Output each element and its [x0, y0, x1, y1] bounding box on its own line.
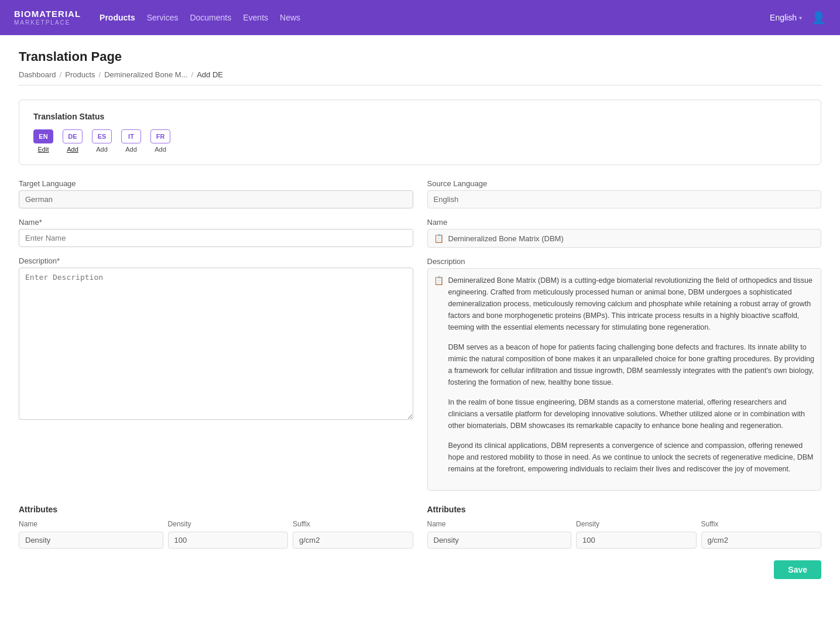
source-attr-title: Attributes [427, 505, 822, 514]
source-name-row: 📋 Demineralized Bone Matrix (DBM) [427, 229, 822, 248]
target-attributes-col: Attributes Name Density Suffix [19, 505, 413, 549]
nav-events[interactable]: Events [243, 11, 268, 25]
lang-badge-de[interactable]: DE [63, 129, 83, 143]
source-desc-para2: DBM serves as a beacon of hope for patie… [448, 341, 815, 388]
brand: BIOMATERIAL MARKETPLACE [14, 9, 81, 26]
lang-badge-en[interactable]: EN [33, 129, 53, 143]
form-grid: Target Language Name* Description* Sourc… [19, 179, 821, 491]
breadcrumb-sep3: / [191, 70, 194, 79]
target-attr-col-name: Name [19, 520, 163, 528]
nav-news[interactable]: News [280, 11, 300, 25]
target-attr-col-density: Density [168, 520, 288, 528]
source-desc-para1: Demineralized Bone Matrix (DBM) is a cut… [448, 275, 815, 333]
translation-status-card: Translation Status EN Edit DE Add ES Add… [19, 100, 821, 165]
breadcrumb-product[interactable]: Demineralized Bone M... [104, 70, 187, 79]
target-desc-label: Description* [19, 256, 413, 265]
copy-name-icon[interactable]: 📋 [434, 234, 444, 243]
source-col: Source Language Name 📋 Demineralized Bon… [427, 179, 822, 491]
breadcrumb-dashboard[interactable]: Dashboard [19, 70, 56, 79]
lang-badge-group-fr: FR Add [150, 129, 170, 153]
target-attr-header: Name Density Suffix [19, 520, 413, 528]
nav-links: Products Services Documents Events News [100, 11, 770, 25]
form-footer: Save [19, 549, 821, 579]
target-attr-name-input[interactable] [19, 532, 163, 549]
brand-line1: BIOMATERIAL [14, 9, 81, 19]
source-desc-para4: Beyond its clinical applications, DBM re… [448, 440, 815, 475]
badge-label-de[interactable]: Add [67, 146, 78, 153]
user-icon[interactable]: 👤 [811, 11, 826, 25]
lang-badge-group-de: DE Add [63, 129, 83, 153]
page-title: Translation Page [19, 49, 821, 64]
badge-label-es[interactable]: Add [96, 146, 108, 153]
target-attr-row [19, 532, 413, 549]
target-lang-label: Target Language [19, 179, 413, 188]
source-desc-para3: In the realm of bone tissue engineering,… [448, 396, 815, 432]
target-attr-title: Attributes [19, 505, 413, 514]
source-attr-header: Name Density Suffix [427, 520, 822, 528]
badge-label-it[interactable]: Add [125, 146, 137, 153]
target-attr-density-input[interactable] [168, 532, 288, 549]
page-body: Translation Page Dashboard / Products / … [0, 35, 840, 630]
navbar: BIOMATERIAL MARKETPLACE Products Service… [0, 0, 840, 35]
language-label: English [770, 13, 797, 22]
target-col: Target Language Name* Description* [19, 179, 413, 491]
brand-line2: MARKETPLACE [14, 19, 81, 26]
badge-label-fr[interactable]: Add [155, 146, 166, 153]
source-lang-label: Source Language [427, 179, 822, 188]
breadcrumb: Dashboard / Products / Demineralized Bon… [19, 70, 821, 85]
target-attr-col-suffix: Suffix [293, 520, 413, 528]
lang-badge-es[interactable]: ES [92, 129, 112, 143]
lang-badge-it[interactable]: IT [121, 129, 141, 143]
language-selector[interactable]: English ▾ [770, 13, 802, 22]
source-name-label: Name [427, 218, 822, 227]
source-desc-text: Demineralized Bone Matrix (DBM) is a cut… [448, 275, 815, 484]
nav-services[interactable]: Services [147, 11, 179, 25]
source-desc-label: Description [427, 257, 822, 266]
source-attr-density-input [576, 532, 696, 549]
source-attributes-col: Attributes Name Density Suffix [427, 505, 822, 549]
chevron-down-icon: ▾ [799, 15, 802, 21]
source-attr-col-suffix: Suffix [701, 520, 821, 528]
target-name-input[interactable] [19, 229, 413, 247]
breadcrumb-sep2: / [99, 70, 101, 79]
attributes-grid: Attributes Name Density Suffix Attribute… [19, 505, 821, 549]
lang-badges: EN Edit DE Add ES Add IT Add FR Add [33, 129, 807, 153]
breadcrumb-sep1: / [60, 70, 62, 79]
target-lang-input[interactable] [19, 190, 413, 208]
source-attr-suffix-input [701, 532, 821, 549]
copy-desc-icon[interactable]: 📋 [434, 276, 444, 484]
lang-badge-group-es: ES Add [92, 129, 112, 153]
source-desc-box: 📋 Demineralized Bone Matrix (DBM) is a c… [427, 268, 822, 491]
source-attr-name-input [427, 532, 572, 549]
nav-documents[interactable]: Documents [190, 11, 231, 25]
breadcrumb-products[interactable]: Products [65, 70, 95, 79]
source-attr-row [427, 532, 822, 549]
breadcrumb-current: Add DE [197, 70, 223, 79]
target-attr-suffix-input[interactable] [293, 532, 413, 549]
target-name-label: Name* [19, 218, 413, 227]
lang-badge-group-it: IT Add [121, 129, 141, 153]
translation-status-title: Translation Status [33, 112, 807, 121]
source-attr-col-name: Name [427, 520, 572, 528]
save-button[interactable]: Save [774, 560, 821, 579]
target-desc-textarea[interactable] [19, 268, 413, 420]
source-lang-input [427, 190, 822, 208]
source-attr-col-density: Density [576, 520, 696, 528]
navbar-right: English ▾ 👤 [770, 11, 826, 25]
badge-label-en[interactable]: Edit [38, 146, 49, 153]
lang-badge-fr[interactable]: FR [150, 129, 170, 143]
source-name-text: Demineralized Bone Matrix (DBM) [448, 234, 564, 243]
nav-products[interactable]: Products [100, 11, 135, 25]
lang-badge-group-en: EN Edit [33, 129, 53, 153]
